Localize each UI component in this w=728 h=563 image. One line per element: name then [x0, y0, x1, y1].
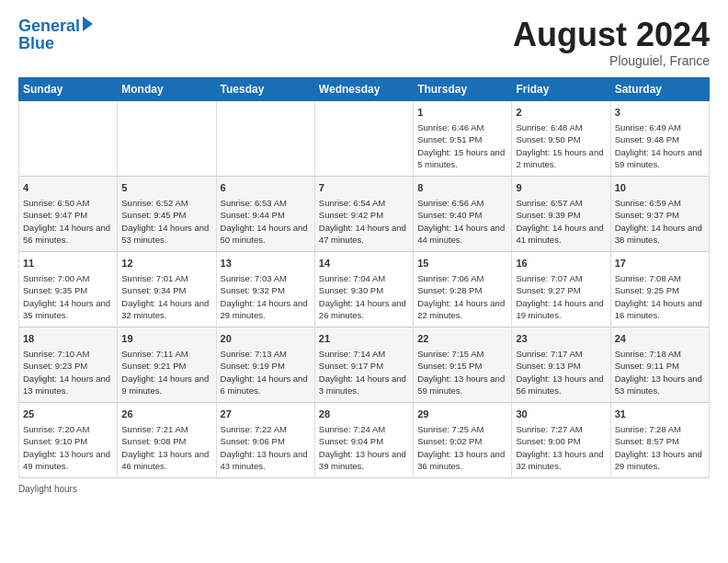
day-info: Sunrise: 7:20 AM: [23, 423, 113, 435]
week-row-4: 18Sunrise: 7:10 AMSunset: 9:23 PMDayligh…: [19, 327, 710, 402]
day-cell-28: 28Sunrise: 7:24 AMSunset: 9:04 PMDayligh…: [314, 402, 413, 477]
day-info: Sunrise: 7:22 AM: [221, 423, 311, 435]
day-cell-27: 27Sunrise: 7:22 AMSunset: 9:06 PMDayligh…: [216, 402, 314, 477]
day-cell-30: 30Sunrise: 7:27 AMSunset: 9:00 PMDayligh…: [512, 402, 610, 477]
day-info: Daylight: 14 hours and 6 minutes.: [221, 373, 311, 397]
day-info: Daylight: 13 hours and 59 minutes.: [417, 373, 507, 397]
day-info: Sunrise: 7:11 AM: [121, 348, 211, 360]
day-info: Sunrise: 7:13 AM: [221, 348, 311, 360]
day-info: Sunset: 9:48 PM: [615, 133, 705, 145]
day-cell-9: 9Sunrise: 6:57 AMSunset: 9:39 PMDaylight…: [512, 176, 610, 251]
day-number: 26: [121, 408, 211, 421]
day-cell-2: 2Sunrise: 6:48 AMSunset: 9:50 PMDaylight…: [512, 100, 610, 176]
day-info: Sunrise: 7:17 AM: [516, 348, 606, 360]
day-cell-23: 23Sunrise: 7:17 AMSunset: 9:13 PMDayligh…: [512, 327, 610, 402]
day-cell-empty: [314, 100, 413, 176]
day-cell-12: 12Sunrise: 7:01 AMSunset: 9:34 PMDayligh…: [118, 251, 216, 327]
day-cell-14: 14Sunrise: 7:04 AMSunset: 9:30 PMDayligh…: [314, 251, 413, 327]
day-cell-26: 26Sunrise: 7:21 AMSunset: 9:08 PMDayligh…: [118, 402, 216, 477]
day-info: Sunset: 9:25 PM: [615, 284, 705, 296]
day-cell-21: 21Sunrise: 7:14 AMSunset: 9:17 PMDayligh…: [314, 327, 413, 402]
day-cell-20: 20Sunrise: 7:13 AMSunset: 9:19 PMDayligh…: [216, 327, 314, 402]
calendar-table: SundayMondayTuesdayWednesdayThursdayFrid…: [18, 77, 710, 478]
col-header-saturday: Saturday: [610, 77, 709, 100]
day-number: 23: [516, 332, 606, 346]
day-info: Daylight: 14 hours and 13 minutes.: [23, 373, 113, 397]
day-info: Daylight: 14 hours and 26 minutes.: [319, 297, 409, 322]
day-info: Sunrise: 7:21 AM: [121, 423, 211, 435]
calendar-header-row: SundayMondayTuesdayWednesdayThursdayFrid…: [19, 77, 710, 100]
day-info: Sunrise: 6:48 AM: [516, 121, 606, 133]
day-number: 17: [615, 257, 705, 270]
day-info: Sunrise: 6:59 AM: [615, 197, 705, 209]
day-info: Daylight: 14 hours and 16 minutes.: [615, 297, 705, 322]
col-header-tuesday: Tuesday: [216, 77, 314, 100]
day-cell-8: 8Sunrise: 6:56 AMSunset: 9:40 PMDaylight…: [414, 176, 512, 251]
day-info: Sunrise: 7:08 AM: [615, 272, 705, 284]
day-number: 14: [319, 257, 409, 270]
day-number: 20: [221, 332, 311, 346]
logo-blue: Blue: [18, 35, 54, 52]
day-number: 24: [615, 332, 705, 346]
day-info: Sunset: 9:06 PM: [221, 435, 311, 447]
day-info: Sunrise: 6:56 AM: [417, 197, 507, 209]
day-info: Daylight: 14 hours and 56 minutes.: [23, 222, 113, 247]
day-number: 8: [417, 181, 507, 195]
day-number: 12: [121, 257, 211, 270]
day-cell-10: 10Sunrise: 6:59 AMSunset: 9:37 PMDayligh…: [610, 176, 709, 251]
day-info: Sunrise: 7:10 AM: [23, 348, 113, 360]
day-info: Sunset: 9:04 PM: [319, 435, 409, 447]
col-header-thursday: Thursday: [414, 77, 512, 100]
day-number: 31: [615, 408, 705, 421]
day-info: Sunrise: 7:14 AM: [319, 348, 409, 360]
day-info: Sunrise: 7:06 AM: [417, 272, 507, 284]
day-info: Daylight: 14 hours and 22 minutes.: [417, 297, 507, 322]
day-number: 28: [319, 408, 409, 421]
day-info: Sunrise: 6:46 AM: [417, 121, 507, 133]
day-cell-4: 4Sunrise: 6:50 AMSunset: 9:47 PMDaylight…: [19, 176, 118, 251]
day-info: Sunset: 9:47 PM: [23, 209, 113, 221]
day-info: Daylight: 14 hours and 38 minutes.: [615, 222, 705, 247]
title-block: August 2024 Plouguiel, France: [513, 17, 710, 68]
logo-arrow-icon: [83, 17, 93, 31]
day-info: Sunrise: 6:57 AM: [516, 197, 606, 209]
day-cell-13: 13Sunrise: 7:03 AMSunset: 9:32 PMDayligh…: [216, 251, 314, 327]
day-info: Sunrise: 6:49 AM: [615, 121, 705, 133]
day-info: Daylight: 15 hours and 5 minutes.: [417, 146, 507, 171]
day-info: Sunrise: 7:24 AM: [319, 423, 409, 435]
day-info: Sunset: 9:02 PM: [417, 435, 507, 447]
day-info: Sunset: 9:44 PM: [221, 209, 311, 221]
footer: Daylight hours: [18, 484, 710, 494]
day-info: Sunrise: 6:50 AM: [23, 197, 113, 209]
day-info: Sunrise: 7:27 AM: [516, 423, 606, 435]
day-info: Sunrise: 7:07 AM: [516, 272, 606, 284]
day-number: 13: [221, 257, 311, 270]
day-cell-11: 11Sunrise: 7:00 AMSunset: 9:35 PMDayligh…: [19, 251, 118, 327]
day-info: Sunrise: 7:00 AM: [23, 272, 113, 284]
day-cell-empty: [216, 100, 314, 176]
day-info: Sunset: 9:23 PM: [23, 360, 113, 372]
day-info: Sunset: 9:21 PM: [121, 360, 211, 372]
col-header-friday: Friday: [512, 77, 610, 100]
day-number: 9: [516, 181, 606, 195]
day-number: 25: [23, 408, 113, 421]
day-info: Daylight: 13 hours and 43 minutes.: [221, 448, 311, 473]
day-info: Sunrise: 6:52 AM: [121, 197, 211, 209]
day-info: Sunset: 9:32 PM: [221, 284, 311, 296]
day-info: Daylight: 14 hours and 50 minutes.: [221, 222, 311, 247]
day-number: 18: [23, 332, 113, 346]
logo: General Blue: [18, 17, 93, 52]
logo-general: General: [18, 17, 80, 35]
day-cell-19: 19Sunrise: 7:11 AMSunset: 9:21 PMDayligh…: [118, 327, 216, 402]
day-info: Daylight: 14 hours and 32 minutes.: [121, 297, 211, 322]
day-cell-15: 15Sunrise: 7:06 AMSunset: 9:28 PMDayligh…: [414, 251, 512, 327]
day-info: Sunrise: 7:15 AM: [417, 348, 507, 360]
day-number: 6: [221, 181, 311, 195]
day-info: Daylight: 13 hours and 39 minutes.: [319, 448, 409, 473]
day-info: Sunset: 9:42 PM: [319, 209, 409, 221]
day-info: Sunset: 9:34 PM: [121, 284, 211, 296]
week-row-3: 11Sunrise: 7:00 AMSunset: 9:35 PMDayligh…: [19, 251, 710, 327]
day-number: 11: [23, 257, 113, 270]
day-cell-17: 17Sunrise: 7:08 AMSunset: 9:25 PMDayligh…: [610, 251, 709, 327]
day-number: 3: [615, 106, 705, 120]
